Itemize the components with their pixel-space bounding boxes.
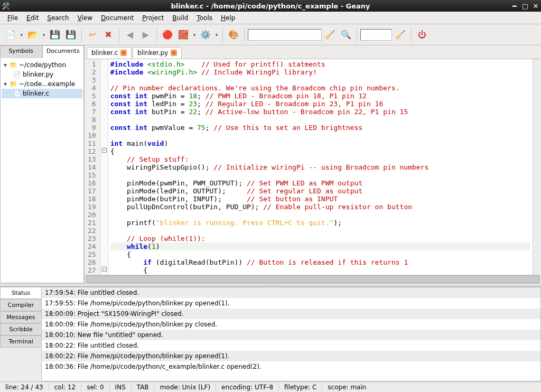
horizontal-scrollbar[interactable] xyxy=(85,275,541,283)
code-token-id: pinMode xyxy=(127,187,156,195)
toolbar: 📄 ▾ 📂 ▾ 💾 💾 ↩ ✖ ◀ ▶ 🔴 🧱 ▾ ⚙️ ▾ 🎨 🧹 🔍 🧹 ⏻ xyxy=(0,24,541,45)
code-token-op: ); xyxy=(333,219,342,227)
editor-tabs: blinker.c×blinker.py× xyxy=(85,45,541,59)
code-token-id: pwmPin xyxy=(160,179,185,187)
code-token-kw: const int xyxy=(110,92,147,100)
menu-file[interactable]: File xyxy=(3,13,22,23)
code-token-op: , xyxy=(185,195,193,203)
code-token-id: ; xyxy=(206,124,210,132)
close-file-button[interactable]: ✖ xyxy=(101,27,116,42)
maximize-button[interactable]: ▢ xyxy=(521,2,529,10)
vertical-scrollbar[interactable] xyxy=(533,59,541,275)
find-button[interactable]: 🧹 xyxy=(323,27,338,42)
fold-margin[interactable]: −− xyxy=(101,59,108,275)
code-token-op: ( xyxy=(156,195,160,203)
code-token-sp xyxy=(110,235,127,242)
menu-edit[interactable]: Edit xyxy=(22,13,43,23)
fold-toggle[interactable]: − xyxy=(102,148,107,153)
sidebar-tab-documents[interactable]: Documents xyxy=(42,45,85,58)
tree-folder[interactable]: ▾📁~/code/python xyxy=(2,60,82,70)
code-token-cm: // Set button as INPUT xyxy=(247,195,338,203)
open-file-button[interactable]: 📂 xyxy=(25,27,40,42)
menu-view[interactable]: View xyxy=(73,13,97,23)
bottom-tab-terminal[interactable]: Terminal xyxy=(0,335,41,348)
code-token-op: ); xyxy=(251,203,259,211)
code-token-cm: // Active-low button - Broadcom pin 22, … xyxy=(206,108,408,116)
fold-toggle[interactable]: − xyxy=(102,267,107,272)
code-token-sp xyxy=(110,163,127,171)
menu-document[interactable]: Document xyxy=(97,13,138,23)
bottom-tab-compiler[interactable]: Compiler xyxy=(0,299,41,311)
bottom-tab-messages[interactable]: Messages xyxy=(0,311,41,323)
code-token-sp xyxy=(147,124,152,132)
code-token-id: printf xyxy=(127,219,152,227)
tab-close-icon[interactable]: × xyxy=(171,50,177,56)
nav-back-button[interactable]: ◀ xyxy=(123,27,137,42)
execute-button[interactable]: ⚙️ xyxy=(198,27,213,42)
code-token-id: INPUT xyxy=(193,195,213,203)
goto-line-input[interactable] xyxy=(360,29,392,41)
build-dropdown[interactable]: ▾ xyxy=(192,32,197,38)
status-message-row[interactable]: 18:00:22: File untitled closed. xyxy=(42,340,540,351)
minimize-button[interactable]: ━ xyxy=(511,2,518,10)
compile-button[interactable]: 🔴 xyxy=(160,27,175,42)
menu-help[interactable]: Help xyxy=(217,13,239,23)
tree-file[interactable]: 📄blinker.c xyxy=(2,89,82,98)
new-file-dropdown[interactable]: ▾ xyxy=(19,32,24,38)
code-token-cm: // Set PWM LED as PWM output xyxy=(247,179,362,187)
save-button[interactable]: 💾 xyxy=(48,27,62,42)
color-picker-button[interactable]: 🎨 xyxy=(226,27,241,42)
tree-folder[interactable]: ▾📁~/code...example xyxy=(2,79,82,89)
status-message-row[interactable]: 18:00:36: File /home/pi/code/python/c_ex… xyxy=(42,361,540,372)
code-token-inc: <wiringPi.h> xyxy=(147,68,197,76)
quit-button[interactable]: ⏻ xyxy=(415,27,430,42)
execute-dropdown[interactable]: ▾ xyxy=(214,32,219,38)
code-token-op: { xyxy=(127,250,131,258)
editor-tab[interactable]: blinker.c× xyxy=(87,47,132,59)
tree-label: blinker.c xyxy=(23,90,49,97)
code-token-op: (); xyxy=(197,163,209,171)
code-token-kw: #include xyxy=(110,68,144,76)
menu-tools[interactable]: Tools xyxy=(192,13,217,23)
close-button[interactable]: ✕ xyxy=(532,2,539,10)
code-token-id: PUD_UP xyxy=(226,203,251,211)
bottom-tab-status[interactable]: Status xyxy=(0,287,41,299)
status-message-row[interactable]: 18:00:09: File /home/pi/code/python/blin… xyxy=(42,319,540,330)
code-token-kw: const int xyxy=(110,108,147,116)
bottom-tab-scribble[interactable]: Scribble xyxy=(0,323,41,335)
find-in-files-button[interactable]: 🔍 xyxy=(339,27,353,42)
status-message-row[interactable]: 18:00:10: New file "untitled" opened. xyxy=(42,330,540,340)
status-message-row[interactable]: 17:59:54: File untitled closed. xyxy=(42,287,540,298)
open-file-dropdown[interactable]: ▾ xyxy=(41,32,46,38)
save-all-button[interactable]: 💾 xyxy=(63,27,78,42)
menu-build[interactable]: Build xyxy=(168,13,192,23)
code-token-op: ) xyxy=(164,139,168,147)
code-token-cm: // Loop (while(1)): xyxy=(127,235,206,242)
code-editor[interactable]: #include <stdio.h> // Used for printf() … xyxy=(108,59,533,275)
editor-tab[interactable]: blinker.py× xyxy=(133,47,182,59)
tree-file[interactable]: 📄blinker.py xyxy=(2,70,82,79)
documents-tree[interactable]: ▾📁~/code/python📄blinker.py▾📁~/code...exa… xyxy=(0,58,84,283)
menu-search[interactable]: Search xyxy=(43,13,73,23)
status-message-row[interactable]: 17:59:55: File /home/pi/code/python/blin… xyxy=(42,298,540,309)
status-message-row[interactable]: 18:00:22: File /home/pi/code/python/blin… xyxy=(42,351,540,361)
revert-button[interactable]: ↩ xyxy=(85,27,100,42)
menubar: FileEditSearchViewDocumentProjectBuildTo… xyxy=(0,12,541,24)
search-input[interactable] xyxy=(248,29,322,41)
status-messages[interactable]: 17:59:54: File untitled closed.17:59:55:… xyxy=(41,287,541,381)
menu-project[interactable]: Project xyxy=(138,13,168,23)
status-message-row[interactable]: 18:00:09: Project "SX1509-WiringPi" clos… xyxy=(42,309,540,319)
code-token-id: digitalRead xyxy=(160,258,206,266)
tab-close-icon[interactable]: × xyxy=(120,50,127,56)
status-col: col: 12 xyxy=(49,384,81,391)
goto-line-button[interactable]: 🧹 xyxy=(393,27,408,42)
code-token-id: ; xyxy=(197,92,201,100)
code-token-op: ); xyxy=(235,179,243,187)
nav-forward-button[interactable]: ▶ xyxy=(138,27,153,42)
sidebar-tab-symbols[interactable]: Symbols xyxy=(0,45,42,58)
code-token-sp xyxy=(222,195,247,203)
code-token-sp xyxy=(123,139,127,147)
new-file-button[interactable]: 📄 xyxy=(3,27,18,42)
build-button[interactable]: 🧱 xyxy=(176,27,191,42)
code-token-id: pwmValue = xyxy=(152,124,197,132)
